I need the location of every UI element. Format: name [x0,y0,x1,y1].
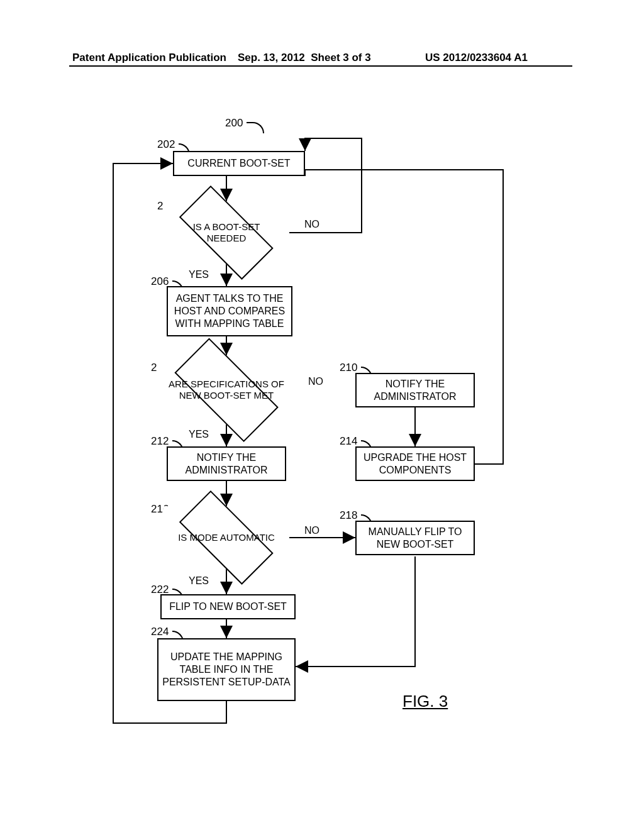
ref-218: 218 [340,509,357,522]
node-upgrade-host: UPGRADE THE HOST COMPONENTS [355,446,475,481]
ref-212: 212 [151,435,169,448]
node-text: MANUALLY FLIP TO NEW BOOT-SET [360,526,470,551]
node-current-boot-set: CURRENT BOOT-SET [173,151,305,176]
node-update-mapping: UPDATE THE MAPPING TABLE INFO IN THE PER… [157,638,296,701]
edge-no-208: NO [308,376,323,387]
node-manual-flip: MANUALLY FLIP TO NEW BOOT-SET [355,521,475,555]
ref-224: 224 [151,626,169,638]
edge-no-216: NO [304,525,319,536]
node-agent-compare: AGENT TALKS TO THE HOST AND COMPARES WIT… [167,286,292,336]
node-text: AGENT TALKS TO THE HOST AND COMPARES WIT… [172,292,287,330]
header-date: Sep. 13, 2012 Sheet 3 of 3 [238,52,371,64]
node-text: FLIP TO NEW BOOT-SET [169,600,287,613]
header-rule [69,65,572,67]
flowchart-canvas: 200 202 CURRENT BOOT-SET 204 IS A BOOT-S… [0,113,644,780]
ref-214: 214 [340,435,357,448]
decision-mode-auto: IS MODE AUTOMATIC [164,506,289,569]
edge-yes-208: YES [189,429,209,440]
decision-text: IS A BOOT-SET NEEDED [164,201,289,264]
ref-210: 210 [340,362,357,374]
node-notify-admin-212: NOTIFY THE ADMINISTRATOR [167,446,286,481]
node-notify-admin-210: NOTIFY THE ADMINISTRATOR [355,373,475,407]
decision-text: ARE SPECIFICATIONS OF NEW BOOT-SET MET [157,355,296,424]
header-title: Patent Application Publication [72,52,226,64]
node-text: NOTIFY THE ADMINISTRATOR [172,451,281,477]
ref-tick-200 [247,122,264,133]
decision-specs-met: ARE SPECIFICATIONS OF NEW BOOT-SET MET [157,355,296,424]
decision-bootset-needed: IS A BOOT-SET NEEDED [164,201,289,264]
connectors [0,113,644,780]
edge-yes-216: YES [189,575,209,587]
header-pubno: US 2012/0233604 A1 [425,52,528,64]
edge-no-204: NO [304,219,319,230]
edge-yes-204: YES [189,269,209,280]
node-flip-bootset: FLIP TO NEW BOOT-SET [160,594,296,619]
node-text: NOTIFY THE ADMINISTRATOR [360,378,470,403]
ref-200: 200 [225,117,243,130]
ref-202: 202 [157,138,175,151]
node-text: UPGRADE THE HOST COMPONENTS [360,451,470,477]
node-text: UPDATE THE MAPPING TABLE INFO IN THE PER… [162,651,291,689]
figure-label: FIG. 3 [402,692,448,711]
node-text: CURRENT BOOT-SET [187,157,290,170]
decision-text: IS MODE AUTOMATIC [164,506,289,569]
